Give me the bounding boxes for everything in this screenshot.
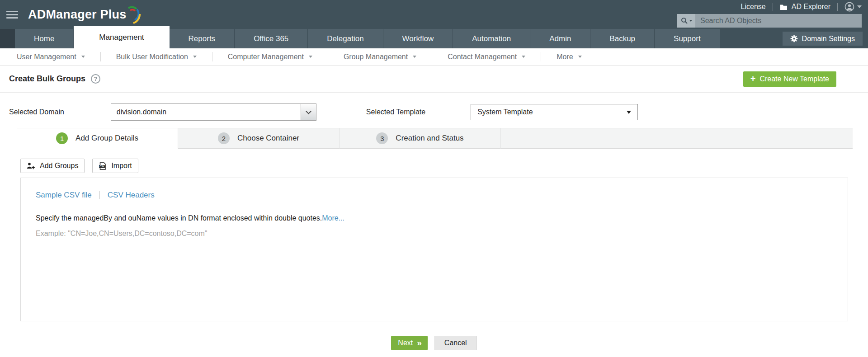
domain-settings-label: Domain Settings <box>802 35 855 43</box>
tab-delegation[interactable]: Delegation <box>308 29 383 48</box>
user-avatar-icon <box>844 2 854 12</box>
step-choose-container[interactable]: 2 Choose Container <box>178 128 340 149</box>
nav-spacer <box>0 29 15 48</box>
divider <box>837 3 838 11</box>
logo-text: ADManager Plus <box>28 3 126 26</box>
main-nav: Home Management Reports Office 365 Deleg… <box>0 29 868 48</box>
chevron-down-icon <box>522 56 525 58</box>
subnav-more[interactable]: More <box>541 52 597 61</box>
import-button[interactable]: CSV Import <box>92 159 138 173</box>
cancel-button[interactable]: Cancel <box>434 336 477 350</box>
ad-explorer-link[interactable]: AD Explorer <box>780 3 830 11</box>
app-header: ADManager Plus License AD Explorer <box>0 0 868 48</box>
tab-management[interactable]: Management <box>74 26 169 48</box>
chevron-down-icon <box>193 56 197 58</box>
more-link[interactable]: More... <box>322 214 344 222</box>
app-logo: ADManager Plus <box>28 3 141 26</box>
selected-domain-input[interactable] <box>111 104 301 120</box>
selected-template-select[interactable]: System Template <box>471 104 638 120</box>
csv-headers-link[interactable]: CSV Headers <box>108 191 155 200</box>
page-header: Create Bulk Groups ? + Create New Templa… <box>0 66 868 93</box>
domain-settings-button[interactable]: Domain Settings <box>783 32 863 46</box>
tab-automation[interactable]: Automation <box>453 29 530 48</box>
create-new-template-button[interactable]: + Create New Template <box>743 71 836 87</box>
chevron-down-icon <box>413 56 416 58</box>
subnav-label: More <box>557 53 573 61</box>
subnav-computer-management[interactable]: Computer Management <box>212 52 328 61</box>
plus-icon: + <box>750 74 756 83</box>
csv-links-row: Sample CSV file CSV Headers <box>36 191 848 200</box>
selected-domain-label: Selected Domain <box>9 108 64 116</box>
svg-text:CSV: CSV <box>100 164 105 167</box>
domain-dropdown-button[interactable] <box>301 104 316 120</box>
selected-domain-combo <box>111 103 316 121</box>
wizard-steps: 1 Add Group Details 2 Choose Container 3… <box>17 128 853 149</box>
chevron-down-icon <box>689 20 692 22</box>
sample-csv-file-link[interactable]: Sample CSV file <box>36 191 92 200</box>
next-button[interactable]: Next » <box>391 336 427 350</box>
search-input[interactable] <box>695 14 862 28</box>
divider <box>99 191 100 199</box>
steps-filler <box>501 128 853 149</box>
tab-office-365[interactable]: Office 365 <box>235 29 308 48</box>
create-template-label: Create New Template <box>760 75 829 83</box>
chevron-down-icon <box>81 56 85 58</box>
chevron-down-icon <box>857 5 862 8</box>
step-label: Add Group Details <box>75 134 138 143</box>
chevron-down-icon <box>306 108 311 114</box>
selected-template-label: Selected Template <box>366 108 425 116</box>
instruction-text: Specify the managedBy and ouName values … <box>36 214 322 222</box>
tab-reports[interactable]: Reports <box>170 29 235 48</box>
chevron-down-icon <box>578 56 582 58</box>
step-number-badge: 2 <box>218 132 230 144</box>
csv-instructions-panel: Sample CSV file CSV Headers Specify the … <box>20 178 848 321</box>
help-icon[interactable]: ? <box>91 74 100 84</box>
example-text: Example: "CN=Joe,CN=Users,DC=contoso,DC=… <box>36 230 848 238</box>
next-label: Next <box>398 339 413 347</box>
double-chevron-right-icon: » <box>417 338 421 347</box>
group-toolbar: Add Groups CSV Import <box>20 159 868 173</box>
wizard-actions: Next » Cancel <box>0 336 868 350</box>
nav-fill: Domain Settings <box>720 29 868 48</box>
subnav-label: Computer Management <box>228 53 304 61</box>
chevron-down-icon <box>309 56 312 58</box>
subnav-contact-management[interactable]: Contact Management <box>432 52 541 61</box>
instruction-line: Specify the managedBy and ouName values … <box>36 214 848 222</box>
subnav-label: Contact Management <box>448 53 517 61</box>
top-bar: ADManager Plus License AD Explorer <box>0 0 868 29</box>
add-groups-label: Add Groups <box>40 162 78 170</box>
ad-explorer-label: AD Explorer <box>792 3 830 11</box>
step-label: Choose Container <box>237 134 299 143</box>
step-add-group-details[interactable]: 1 Add Group Details <box>17 128 178 149</box>
add-groups-button[interactable]: Add Groups <box>20 159 85 173</box>
subnav-user-management[interactable]: User Management <box>5 52 101 61</box>
search-scope-button[interactable] <box>677 14 695 28</box>
user-menu[interactable] <box>844 2 862 12</box>
logo-swirl-icon <box>124 5 141 24</box>
step-label: Creation and Status <box>396 134 463 143</box>
tab-home[interactable]: Home <box>15 29 74 48</box>
sub-nav: User Management Bulk User Modification C… <box>0 48 868 66</box>
gear-icon <box>790 35 798 42</box>
tab-admin[interactable]: Admin <box>530 29 590 48</box>
divider <box>773 3 773 11</box>
add-person-icon <box>27 162 35 169</box>
import-label: Import <box>111 162 132 170</box>
step-creation-and-status[interactable]: 3 Creation and Status <box>340 128 501 149</box>
hamburger-menu-icon[interactable] <box>6 9 18 20</box>
csv-import-icon: CSV <box>99 162 107 170</box>
license-link[interactable]: License <box>741 3 766 11</box>
tab-support[interactable]: Support <box>655 29 720 48</box>
subnav-label: Group Management <box>344 53 408 61</box>
subnav-label: Bulk User Modification <box>116 53 188 61</box>
subnav-bulk-user-modification[interactable]: Bulk User Modification <box>101 52 212 61</box>
folder-icon <box>780 4 788 10</box>
step-number-badge: 3 <box>376 132 388 144</box>
tab-backup[interactable]: Backup <box>590 29 655 48</box>
tab-workflow[interactable]: Workflow <box>383 29 453 48</box>
page-title: Create Bulk Groups <box>9 74 85 84</box>
subnav-group-management[interactable]: Group Management <box>328 52 432 61</box>
subnav-label: User Management <box>17 53 76 61</box>
selection-row: Selected Domain Selected Template System… <box>0 93 868 121</box>
step-number-badge: 1 <box>56 132 68 144</box>
